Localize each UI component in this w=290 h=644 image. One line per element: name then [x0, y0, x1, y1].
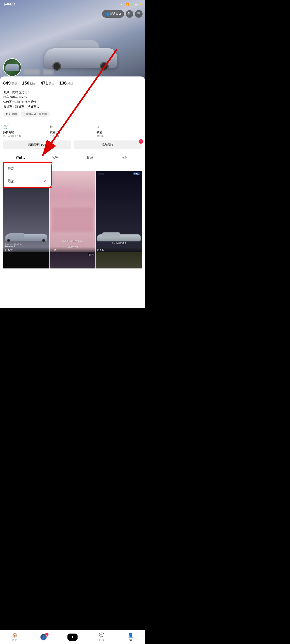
- battery-level: 83: [135, 3, 137, 6]
- avatar-car-image: [5, 64, 19, 71]
- shop-icon: 🛒: [3, 124, 9, 130]
- visitors-button[interactable]: 👥 新访客 2: [102, 10, 124, 18]
- tab-likes-label: 喜欢: [121, 156, 128, 159]
- video-item-2[interactable]: 最高直补近8300元钱起 五菱宏光MINIEV ▷ 754: [50, 171, 96, 252]
- visitors-icon: 👥: [105, 12, 109, 16]
- partial-video-row: 带回家: [3, 252, 142, 268]
- feature-friends[interactable]: 伍 我的仔仔 朋友广场: [48, 124, 95, 137]
- stat-following[interactable]: 471 关注: [41, 80, 54, 86]
- stats-row: 849 获赞 156 朋友 471 关注 136 粉丝: [3, 80, 142, 86]
- plus-icon: +: [23, 113, 25, 116]
- username-id-blurred: [43, 69, 53, 75]
- search-icon: 🔍: [127, 12, 132, 16]
- action-buttons: 编辑资料 10% 添加朋友 1: [3, 140, 142, 149]
- tabs-row: 作品 ▲ 私密 收藏 喜欢: [3, 153, 142, 162]
- v3-overlay: ▷ 657: [96, 247, 142, 252]
- shop-title: 抖音商城: [3, 130, 14, 134]
- friends-label: 朋友: [30, 82, 36, 86]
- chevron-up-icon: ▲: [23, 156, 25, 159]
- friends-count: 156: [22, 80, 30, 86]
- add-tag-label: 添加年龄、学 标签: [26, 112, 47, 116]
- username-area: [24, 69, 53, 75]
- music-icon: ♪: [97, 124, 103, 130]
- friends-icon: 伍: [50, 124, 56, 130]
- username-blurred: [24, 69, 40, 75]
- friends-sub: 朋友广场: [50, 134, 59, 137]
- search-button[interactable]: 🔍: [126, 10, 133, 18]
- sort-dropdown[interactable]: 最新 最热 ✓: [3, 162, 52, 187]
- sort-hottest-label: 最热: [8, 179, 15, 183]
- feature-shop[interactable]: 🛒 抖音商城 美好生活触手可及: [3, 124, 48, 137]
- music-title: 我的: [97, 130, 102, 134]
- play-icon-1: ▷: [5, 248, 7, 251]
- shop-sub: 美好生活触手可及: [3, 134, 21, 137]
- v2-overlay: ▷ 754: [50, 247, 96, 252]
- sort-newest[interactable]: 最新: [4, 163, 51, 175]
- tags-row: 北京·朝阳 + 添加年龄、学 标签: [3, 112, 142, 117]
- edit-profile-button[interactable]: 编辑资料 10%: [3, 140, 71, 149]
- signal-icon: 📶: [126, 3, 129, 6]
- v2-views: 754: [54, 248, 58, 251]
- partial-v1[interactable]: [3, 252, 49, 268]
- sort-newest-label: 最新: [8, 166, 15, 171]
- partial-v2[interactable]: 带回家: [50, 252, 96, 268]
- hev-badge: ■ HEV: [133, 172, 140, 175]
- checkmark-icon: ✓: [44, 178, 47, 183]
- play-icon-2: ▷: [51, 248, 53, 251]
- tab-favorites-label: 收藏: [87, 156, 93, 159]
- v3-views: 657: [100, 248, 105, 251]
- profile-card: 849 获赞 156 朋友 471 关注 136 粉丝 追梦，同样也是追车 好车…: [0, 76, 145, 308]
- add-tag-button[interactable]: + 添加年龄、学 标签: [21, 112, 50, 117]
- sort-hottest[interactable]: 最热 ✓: [4, 175, 51, 187]
- location-tag[interactable]: 北京·朝阳: [3, 112, 19, 117]
- status-icons: HD 📶 🔋 83 ⚡: [121, 3, 142, 6]
- tab-likes[interactable]: 喜欢: [107, 153, 142, 162]
- v2-overlay-text: 最高直补近8300元钱起: [62, 240, 83, 242]
- feature-music[interactable]: ♪ 我的 已收藏: [95, 124, 142, 137]
- tab-private[interactable]: 私密: [38, 153, 73, 162]
- menu-icon: ☰: [137, 12, 140, 16]
- add-friend-label: 添加朋友: [102, 143, 114, 146]
- menu-button[interactable]: ☰: [135, 10, 143, 18]
- v3-small-text: 小田回归: [98, 173, 104, 175]
- music-sub: 已收藏: [97, 134, 104, 137]
- charging-icon: ⚡: [139, 3, 142, 6]
- top-nav: 👥 新访客 2 🔍 ☰: [102, 10, 143, 18]
- followers-label: 粉丝: [68, 82, 73, 86]
- following-label: 关注: [49, 82, 54, 86]
- followers-count: 136: [59, 80, 67, 86]
- tab-favorites[interactable]: 收藏: [73, 153, 107, 162]
- v1-views: 3754: [8, 248, 13, 251]
- content-area: 品按照热度进行排序 最新 最热 ✓: [3, 162, 142, 268]
- partial-v2-text: 带回家: [88, 253, 94, 256]
- add-friend-button[interactable]: 添加朋友 1: [74, 140, 142, 149]
- stat-likes[interactable]: 849 获赞: [3, 80, 17, 86]
- likes-count: 849: [3, 80, 11, 86]
- play-icon-3: ▷: [98, 248, 99, 251]
- friends-title: 我的仔仔: [50, 130, 60, 134]
- features-row: 🛒 抖音商城 美好生活触手可及 伍 我的仔仔 朋友广场 ♪ 我的 已收藏: [3, 121, 142, 137]
- video-item-3[interactable]: ■ HEV 最大功率194PS 小田回归 ▷ 657: [96, 171, 142, 252]
- hd-icon: HD: [121, 3, 124, 6]
- edit-profile-label: 编辑资料 10%: [28, 143, 47, 146]
- battery-icon: 🔋: [130, 3, 133, 6]
- avatar[interactable]: [3, 58, 21, 76]
- v1-brand: Timeless Machine: [5, 243, 23, 245]
- tab-works[interactable]: 作品 ▲: [3, 153, 38, 162]
- status-bar: 下午4:18 HD 📶 🔋 83 ⚡: [0, 0, 145, 9]
- bio-text: 追梦，同样也是追车 好车推荐与你同行 体验不一样的速度与激情 看好车，玩好车，赏…: [3, 90, 142, 109]
- stat-followers[interactable]: 136 粉丝: [59, 80, 73, 86]
- tab-works-label: 作品: [16, 156, 22, 160]
- visitors-label: 新访客 2: [110, 12, 121, 16]
- following-count: 471: [41, 80, 48, 86]
- partial-v3[interactable]: [96, 252, 142, 268]
- tab-private-label: 私密: [52, 156, 58, 159]
- v3-power-text: 最大功率194PS: [112, 242, 126, 245]
- stat-friends[interactable]: 156 朋友: [22, 80, 36, 86]
- likes-label: 获赞: [12, 82, 17, 86]
- add-friend-badge: 1: [139, 139, 143, 144]
- status-time: 下午4:18: [3, 2, 15, 6]
- profile-area: [0, 58, 145, 76]
- v1-overlay: ▷ 3754: [3, 247, 49, 252]
